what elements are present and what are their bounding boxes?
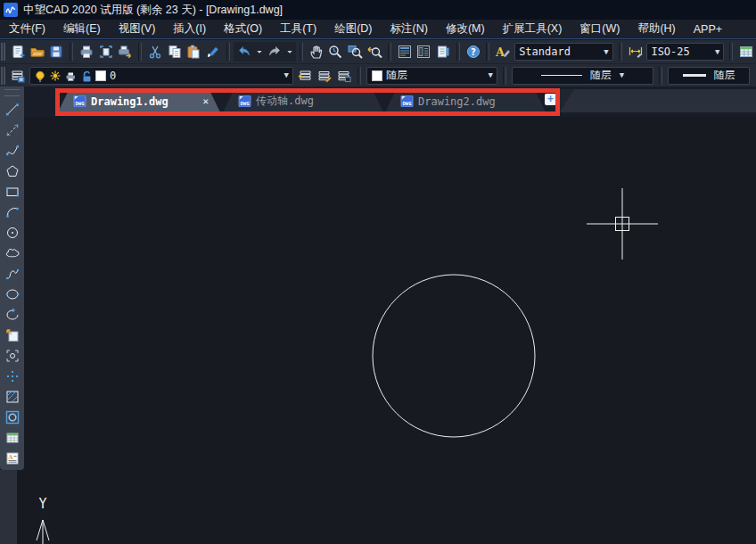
layer-properties-manager-button[interactable] bbox=[8, 66, 28, 86]
plot-button[interactable] bbox=[115, 42, 135, 62]
pan-icon bbox=[308, 44, 325, 60]
zoom-window-icon bbox=[347, 44, 363, 60]
design-center-button[interactable] bbox=[414, 42, 433, 62]
cut-button[interactable] bbox=[145, 42, 165, 62]
line-tool-button[interactable] bbox=[2, 99, 23, 120]
document-tab-drawing2-dwg[interactable]: DWGDrawing2.dwg bbox=[385, 90, 546, 112]
spline-tool-button[interactable] bbox=[2, 263, 23, 284]
dim-style-combo[interactable]: ISO-25▼ bbox=[646, 43, 724, 61]
construction-line-tool-button[interactable] bbox=[2, 120, 23, 140]
menu-item-modify[interactable]: 修改(M) bbox=[437, 20, 494, 38]
layer-translate-button[interactable] bbox=[334, 66, 354, 86]
lineweight-combo[interactable]: 随层 bbox=[668, 67, 750, 85]
document-tab--dwg[interactable]: DWG传动轴.dwg bbox=[223, 90, 383, 112]
redo-button[interactable] bbox=[265, 42, 284, 62]
toolbar-separator bbox=[388, 43, 391, 61]
line-icon bbox=[4, 102, 21, 118]
arc-tool-button[interactable] bbox=[2, 202, 23, 222]
menu-item-file[interactable]: 文件(F) bbox=[0, 20, 54, 38]
copy-button[interactable] bbox=[165, 42, 185, 62]
menu-item-dimension[interactable]: 标注(N) bbox=[382, 20, 437, 38]
open-file-button[interactable] bbox=[28, 42, 47, 62]
zoom-window-button[interactable] bbox=[345, 42, 365, 62]
text-style-button[interactable]: A bbox=[493, 42, 513, 62]
revision-cloud-tool-button[interactable] bbox=[2, 243, 23, 263]
text-style-combo[interactable]: Standard▼ bbox=[514, 43, 613, 61]
layer-on-bulb-icon[interactable] bbox=[34, 70, 46, 82]
ucs-arrowhead-left bbox=[37, 520, 43, 540]
hatch-tool-button[interactable] bbox=[2, 386, 23, 407]
circle-tool-button[interactable] bbox=[2, 222, 23, 243]
zoom-realtime-button[interactable] bbox=[326, 42, 346, 62]
tab-label: Drawing2.dwg bbox=[418, 95, 496, 108]
layer-color-swatch-icon[interactable] bbox=[94, 70, 107, 82]
print-preview-button[interactable] bbox=[96, 42, 116, 62]
docked-toolbar-edge bbox=[0, 470, 17, 544]
menu-item-view[interactable]: 视图(V) bbox=[110, 20, 165, 38]
new-tab-button[interactable]: + bbox=[545, 94, 556, 105]
undo-history-dropdown[interactable] bbox=[254, 42, 265, 62]
help-button[interactable]: ? bbox=[464, 42, 483, 62]
layer-plot-icon[interactable] bbox=[64, 70, 77, 82]
menu-item-edit[interactable]: 编辑(E) bbox=[54, 20, 110, 38]
layer-translate-icon bbox=[336, 68, 352, 84]
menu-item-express[interactable]: 扩展工具(X) bbox=[494, 20, 571, 38]
menu-item-tools[interactable]: 工具(T) bbox=[271, 20, 325, 38]
drawing-canvas[interactable]: Y bbox=[0, 117, 756, 544]
plot-icon bbox=[117, 44, 133, 60]
chevron-down-icon: ▼ bbox=[489, 71, 493, 79]
properties-palette-button[interactable] bbox=[395, 42, 415, 62]
new-file-button[interactable] bbox=[8, 42, 28, 62]
layer-previous-button[interactable] bbox=[295, 66, 315, 86]
ellipse-arc-tool-button[interactable] bbox=[2, 304, 23, 325]
cut-icon bbox=[147, 44, 163, 60]
layer-combo[interactable]: 0▼ bbox=[29, 67, 293, 85]
close-icon[interactable]: ✕ bbox=[200, 95, 211, 107]
menu-item-window[interactable]: 窗口(W) bbox=[571, 20, 629, 38]
drawn-circle[interactable] bbox=[373, 275, 535, 437]
menu-item-insert[interactable]: 插入(I) bbox=[164, 20, 215, 38]
toolbar-separator bbox=[456, 43, 460, 61]
tool-palettes-button[interactable] bbox=[433, 42, 453, 62]
zwcad-window: 中望CAD 2020 试用版 (剩余 23 天) - [Drawing1.dwg… bbox=[0, 0, 756, 544]
palette-grip[interactable] bbox=[4, 89, 20, 96]
layer-unlock-icon[interactable] bbox=[79, 70, 92, 82]
zoom-previous-button[interactable] bbox=[365, 42, 384, 62]
table-style-button[interactable] bbox=[736, 42, 756, 62]
undo-redo-group bbox=[234, 42, 296, 62]
paste-icon bbox=[185, 44, 201, 60]
menu-bar: 文件(F)编辑(E)视图(V)插入(I)格式(O)工具(T)绘图(D)标注(N)… bbox=[0, 20, 756, 39]
point-tool-button[interactable] bbox=[2, 366, 23, 386]
dim-style-icon bbox=[628, 44, 644, 60]
print-button[interactable] bbox=[77, 42, 96, 62]
document-tab-drawing1-dwg[interactable]: DWGDrawing1.dwg✕ bbox=[58, 90, 220, 112]
save-file-button[interactable] bbox=[46, 42, 66, 62]
mtext-tool-button[interactable]: A bbox=[2, 448, 23, 468]
menu-item-format[interactable]: 格式(O) bbox=[215, 20, 271, 38]
undo-button[interactable] bbox=[234, 42, 254, 62]
layer-freeze-sun-icon[interactable] bbox=[49, 70, 62, 82]
paste-button[interactable] bbox=[185, 42, 204, 62]
redo-history-dropdown[interactable] bbox=[284, 42, 295, 62]
donut-tool-button[interactable] bbox=[2, 407, 23, 427]
linetype-combo[interactable]: 随层▼ bbox=[512, 67, 653, 85]
ellipse-tool-button[interactable] bbox=[2, 284, 23, 304]
polygon-tool-button[interactable] bbox=[2, 161, 23, 181]
make-block-tool-button[interactable] bbox=[2, 345, 23, 366]
pan-button[interactable] bbox=[307, 42, 326, 62]
ellipse-arc-icon bbox=[4, 307, 21, 323]
menu-item-app-plus[interactable]: APP+ bbox=[685, 20, 731, 38]
dim-style-button[interactable] bbox=[626, 42, 645, 62]
toolbar-grip[interactable] bbox=[1, 67, 5, 85]
toolbar-grip[interactable] bbox=[1, 43, 5, 61]
rectangle-tool-button[interactable] bbox=[2, 181, 23, 202]
menu-item-draw[interactable]: 绘图(D) bbox=[325, 20, 381, 38]
insert-block-tool-button[interactable] bbox=[2, 325, 23, 345]
layer-states-button[interactable] bbox=[315, 66, 334, 86]
polyline-tool-button[interactable] bbox=[2, 140, 23, 161]
color-combo[interactable]: 随层▼ bbox=[366, 67, 497, 85]
match-properties-button[interactable] bbox=[203, 42, 223, 62]
lineweight-sample bbox=[683, 74, 706, 77]
table-tool-button[interactable] bbox=[2, 427, 23, 448]
menu-item-help[interactable]: 帮助(H) bbox=[629, 20, 684, 38]
